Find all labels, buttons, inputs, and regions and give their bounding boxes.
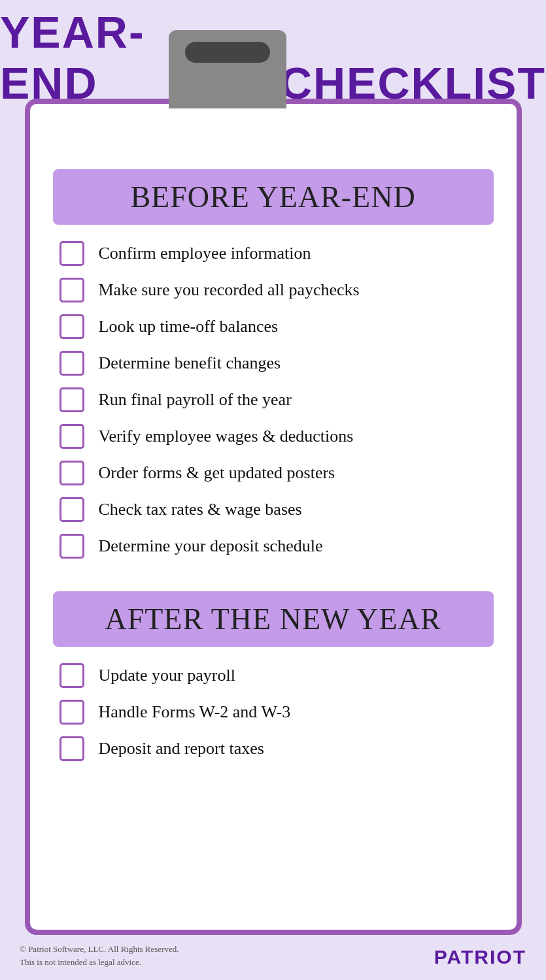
list-item: Make sure you recorded all paychecks bbox=[53, 278, 494, 302]
checkbox-2[interactable] bbox=[60, 278, 84, 302]
list-item: Order forms & get updated posters bbox=[53, 461, 494, 485]
section2-label: AFTER THE NEW YEAR bbox=[105, 602, 441, 636]
checkbox-7[interactable] bbox=[60, 461, 84, 485]
list-item: Check tax rates & wage bases bbox=[53, 497, 494, 522]
clipboard-icon bbox=[169, 30, 286, 108]
item-text-9: Determine your deposit schedule bbox=[99, 535, 323, 557]
item-text-8: Check tax rates & wage bases bbox=[99, 498, 302, 521]
list-item: Run final payroll of the year bbox=[53, 387, 494, 412]
checkbox-8[interactable] bbox=[60, 497, 84, 522]
item-text-1: Confirm employee information bbox=[99, 242, 311, 265]
clipboard-clip bbox=[185, 42, 270, 63]
section1-list: Confirm employee information Make sure y… bbox=[53, 241, 494, 559]
list-item: Look up time-off balances bbox=[53, 314, 494, 339]
item-text-7: Order forms & get updated posters bbox=[99, 462, 335, 484]
item-text-10: Update your payroll bbox=[99, 664, 235, 687]
item-text-6: Verify employee wages & deductions bbox=[99, 425, 354, 448]
footer-brand: PATRIOT bbox=[434, 946, 526, 968]
section2-list: Update your payroll Handle Forms W-2 and… bbox=[53, 663, 494, 761]
page-wrapper: YEAR-END CHECKLIST BEFORE YEAR-END Confi… bbox=[0, 0, 546, 980]
list-item: Determine benefit changes bbox=[53, 351, 494, 376]
title-checklist: CHECKLIST bbox=[280, 57, 546, 108]
checkbox-5[interactable] bbox=[60, 387, 84, 412]
section2-header: AFTER THE NEW YEAR bbox=[53, 591, 494, 647]
footer-disclaimer: This is not intended as legal advice. bbox=[20, 956, 179, 969]
item-text-5: Run final payroll of the year bbox=[99, 389, 292, 411]
checkbox-9[interactable] bbox=[60, 534, 84, 559]
checkbox-10[interactable] bbox=[60, 663, 84, 688]
title-year-end: YEAR-END bbox=[0, 7, 175, 108]
checkbox-11[interactable] bbox=[60, 700, 84, 725]
footer-copyright: © Patriot Software, LLC. All Rights Rese… bbox=[20, 943, 179, 956]
checkbox-1[interactable] bbox=[60, 241, 84, 266]
clipboard-board: BEFORE YEAR-END Confirm employee informa… bbox=[25, 99, 522, 935]
list-item: Handle Forms W-2 and W-3 bbox=[53, 700, 494, 725]
list-item: Determine your deposit schedule bbox=[53, 534, 494, 559]
list-item: Confirm employee information bbox=[53, 241, 494, 266]
section1-label: BEFORE YEAR-END bbox=[130, 180, 415, 214]
item-text-3: Look up time-off balances bbox=[99, 316, 279, 338]
item-text-2: Make sure you recorded all paychecks bbox=[99, 279, 360, 301]
list-item: Update your payroll bbox=[53, 663, 494, 688]
item-text-11: Handle Forms W-2 and W-3 bbox=[99, 701, 291, 723]
footer: © Patriot Software, LLC. All Rights Rese… bbox=[20, 943, 526, 968]
checkbox-3[interactable] bbox=[60, 314, 84, 339]
checkbox-4[interactable] bbox=[60, 351, 84, 376]
list-item: Verify employee wages & deductions bbox=[53, 424, 494, 449]
checkbox-12[interactable] bbox=[60, 736, 84, 761]
section1-header: BEFORE YEAR-END bbox=[53, 169, 494, 225]
footer-left: © Patriot Software, LLC. All Rights Rese… bbox=[20, 943, 179, 968]
item-text-4: Determine benefit changes bbox=[99, 352, 281, 374]
list-item: Deposit and report taxes bbox=[53, 736, 494, 761]
checkbox-6[interactable] bbox=[60, 424, 84, 449]
item-text-12: Deposit and report taxes bbox=[99, 738, 264, 760]
